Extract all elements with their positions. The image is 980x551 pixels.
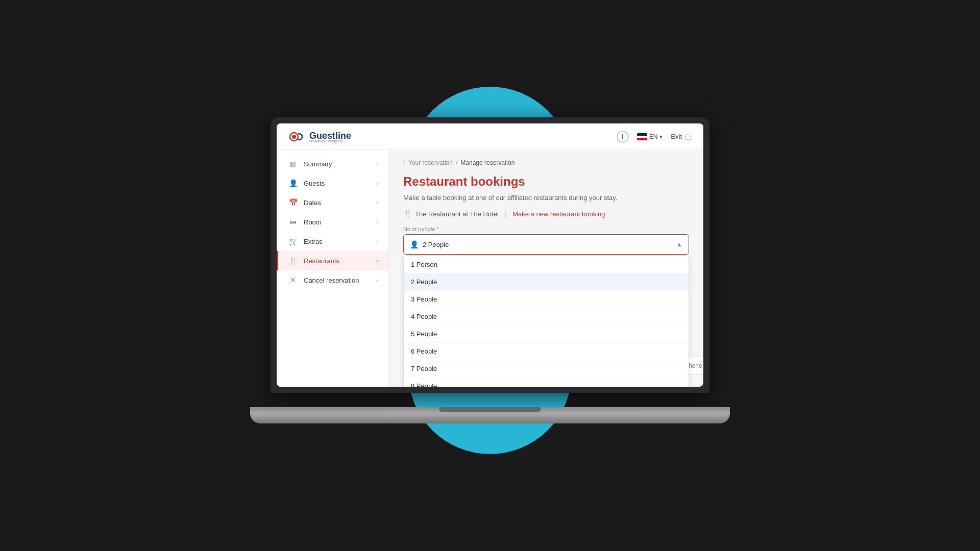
sidebar-item-extras[interactable]: 🛒 Extras ›	[277, 232, 388, 251]
dropdown-option-1[interactable]: 1 Person	[404, 256, 689, 273]
divider: |	[505, 210, 506, 218]
logo-icon	[289, 129, 305, 145]
breadcrumb-separator: /	[456, 159, 457, 166]
language-selector[interactable]: EN ▾	[637, 133, 663, 140]
make-booking-link[interactable]: Make a new restaurant booking	[512, 210, 605, 218]
dropdown-option-3[interactable]: 3 People	[404, 291, 689, 308]
chevron-up-icon: ▲	[676, 241, 682, 248]
exit-button[interactable]: Exit ⬚	[671, 133, 691, 140]
sidebar-item-guests[interactable]: 👤 Guests ›	[277, 173, 388, 193]
info-icon[interactable]: i	[617, 131, 629, 143]
sidebar-item-room[interactable]: 🛏 Room ›	[277, 212, 388, 232]
chevron-right-icon: ›	[376, 161, 378, 167]
header: Guestline an Agilysys company i EN ▾ Exi…	[277, 123, 703, 150]
people-selected-value: 2 People	[423, 241, 449, 248]
sidebar-item-label-dates: Dates	[304, 199, 321, 207]
breadcrumb-back-icon: ‹	[403, 159, 405, 166]
restaurant-name: 🍴 The Restaurant at The Hotel	[403, 210, 499, 218]
page-title: Restaurant bookings	[403, 174, 689, 189]
dropdown-option-6[interactable]: 6 People	[404, 343, 689, 360]
dates-icon: 📅	[288, 198, 298, 207]
content-area: ‹ Your reservation / Manage reservation …	[389, 150, 703, 387]
exit-icon: ⬚	[685, 133, 691, 140]
chevron-right-icon: ›	[376, 238, 378, 244]
chevron-right-icon: ›	[376, 180, 378, 186]
laptop-base	[250, 407, 730, 423]
restaurant-name-text: The Restaurant at The Hotel	[415, 210, 499, 218]
svg-point-1	[292, 135, 296, 139]
form-section: No of people * 👤 2 People ▲	[403, 226, 689, 387]
restaurant-fork-icon: 🍴	[403, 210, 412, 218]
sidebar-item-dates[interactable]: 📅 Dates ›	[277, 193, 388, 212]
people-field-label: No of people *	[403, 226, 689, 232]
sidebar-item-restaurants[interactable]: 🍴 Restaurants ‹	[277, 251, 388, 270]
sidebar-item-label-guests: Guests	[304, 180, 325, 187]
dropdown-option-7[interactable]: 7 People	[404, 360, 689, 378]
main-layout: ▦ Summary › 👤 Guests ›	[277, 150, 703, 387]
flag-icon	[637, 133, 647, 140]
chevron-right-icon: ›	[376, 199, 378, 206]
sidebar-item-label-restaurants: Restaurants	[304, 257, 339, 265]
screen: Guestline an Agilysys company i EN ▾ Exi…	[277, 123, 703, 387]
breadcrumb-parent-link[interactable]: Your reservation	[408, 159, 453, 166]
summary-icon: ▦	[288, 160, 298, 168]
people-select-wrapper: 👤 2 People ▲ 1 Person	[403, 234, 689, 255]
sidebar-item-summary[interactable]: ▦ Summary ›	[277, 154, 388, 173]
dropdown-option-2[interactable]: 2 People	[404, 273, 689, 291]
dropdown-option-4[interactable]: 4 People	[404, 308, 689, 325]
logo-text-group: Guestline an Agilysys company	[309, 131, 351, 143]
guests-icon: 👤	[288, 179, 298, 187]
sidebar-item-cancel[interactable]: ✕ Cancel reservation ›	[277, 270, 388, 290]
lang-label: EN	[649, 133, 658, 140]
people-select[interactable]: 👤 2 People ▲	[403, 234, 689, 255]
sidebar-item-label-summary: Summary	[304, 160, 332, 168]
chevron-right-icon: ›	[376, 277, 378, 283]
sidebar-item-label-cancel: Cancel reservation	[304, 277, 359, 284]
logo: Guestline an Agilysys company	[289, 129, 351, 145]
chevron-right-icon: ›	[376, 219, 378, 225]
restaurants-icon: 🍴	[288, 257, 298, 265]
sidebar-item-label-room: Room	[304, 218, 322, 226]
sidebar-item-label-extras: Extras	[304, 238, 323, 245]
extras-icon: 🛒	[288, 237, 298, 245]
dropdown-option-5[interactable]: 5 People	[404, 325, 689, 343]
people-dropdown: 1 Person 2 People 3 People 4 People	[403, 256, 689, 387]
sidebar: ▦ Summary › 👤 Guests ›	[277, 150, 389, 387]
dropdown-option-8[interactable]: 8 People	[404, 378, 689, 387]
laptop-bezel: Guestline an Agilysys company i EN ▾ Exi…	[271, 117, 709, 393]
breadcrumb-current: Manage reservation	[460, 159, 514, 166]
lang-chevron-icon: ▾	[659, 133, 663, 140]
restaurant-info: 🍴 The Restaurant at The Hotel | Make a n…	[403, 210, 689, 218]
header-right: i EN ▾ Exit ⬚	[617, 131, 691, 143]
chevron-left-icon: ‹	[376, 258, 378, 264]
breadcrumb: ‹ Your reservation / Manage reservation	[403, 159, 689, 166]
page-subtitle: Make a table booking at one of our affil…	[403, 194, 689, 202]
cancel-icon: ✕	[288, 276, 298, 284]
people-icon: 👤	[410, 240, 419, 248]
room-icon: 🛏	[288, 218, 298, 226]
exit-label: Exit	[671, 133, 682, 140]
